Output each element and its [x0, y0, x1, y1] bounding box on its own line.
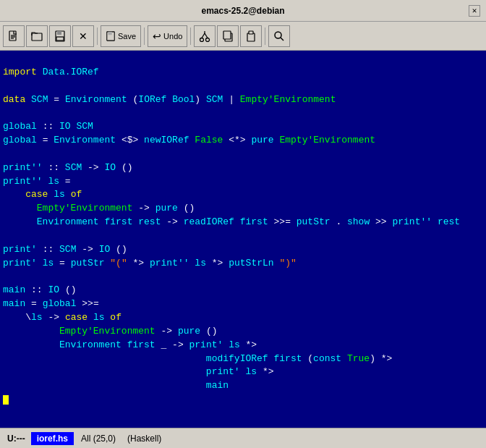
svg-point-10: [200, 38, 204, 41]
svg-line-12: [202, 33, 205, 38]
svg-line-13: [205, 33, 208, 38]
code-content: import Data.IORef data SCM = Environment…: [3, 52, 483, 407]
svg-point-19: [275, 32, 281, 38]
separator-3: [190, 28, 191, 45]
svg-rect-16: [223, 31, 231, 39]
svg-rect-18: [249, 31, 253, 34]
status-filename: ioref.hs: [31, 432, 74, 445]
undo-label: Undo: [163, 32, 182, 41]
save-icon-button[interactable]: [49, 25, 71, 47]
save-label: Save: [118, 32, 136, 41]
svg-rect-4: [32, 33, 42, 41]
status-language: (Haskell): [122, 432, 167, 445]
open-file-button[interactable]: [26, 25, 48, 47]
paste-button[interactable]: [240, 25, 262, 47]
window-title: emacs-25.2@debian: [201, 6, 284, 16]
svg-rect-9: [108, 31, 112, 34]
separator-2: [144, 28, 145, 45]
svg-line-20: [281, 38, 284, 41]
editor-area[interactable]: import Data.IORef data SCM = Environment…: [0, 51, 486, 428]
copy-button[interactable]: [217, 25, 239, 47]
separator-1: [97, 28, 98, 45]
status-bar: U:--- ioref.hs All (25,0) (Haskell): [0, 428, 486, 448]
new-file-button[interactable]: [3, 25, 25, 47]
status-mode: U:---: [3, 432, 30, 445]
svg-rect-6: [57, 31, 61, 35]
separator-4: [265, 28, 265, 45]
cut-button[interactable]: [194, 25, 216, 47]
undo-button[interactable]: ↩ Undo: [148, 25, 187, 47]
close-button[interactable]: ✕: [469, 5, 480, 17]
toolbar: ✕ Save ↩ Undo: [0, 22, 486, 51]
search-button[interactable]: [268, 25, 290, 47]
status-position: All (25,0): [75, 432, 122, 445]
title-bar: emacs-25.2@debian ✕: [0, 0, 486, 22]
svg-rect-7: [56, 37, 64, 41]
save-text-button[interactable]: Save: [101, 25, 141, 47]
svg-point-11: [206, 38, 210, 41]
close-doc-button[interactable]: ✕: [72, 25, 94, 47]
svg-rect-17: [247, 33, 255, 41]
